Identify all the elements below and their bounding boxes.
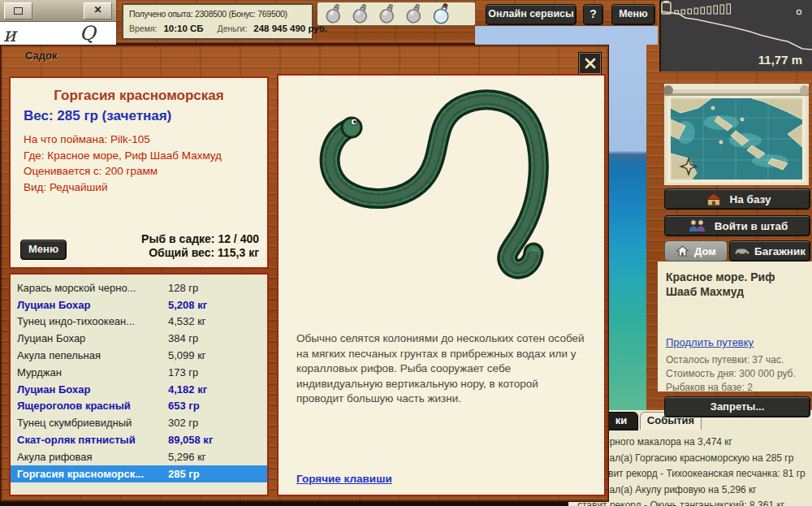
game-screen: ✕ и Q Получено опыта: 2308500 (Бонус: 76… [0,0,812,506]
background-window-content: и Q [0,22,116,45]
fish-row-name: Мурджан [17,366,168,378]
fish-row[interactable]: Тунец индо-тихоокеан...4,532 кг [11,314,267,331]
top-menu-button[interactable]: Меню [611,4,655,25]
background-window: ✕ и Q [0,0,116,45]
fish-row-weight: 4,532 кг [168,315,267,327]
hotkeys-link[interactable]: Горячие клавиши [296,473,392,485]
kind-line: Вид: Редчайший [24,179,267,196]
money-label: Деньги: [218,24,248,33]
trunk-tab-label: Багажник [754,245,806,257]
day-cost-text: Стоимость дня: 300 000 руб. [666,368,796,379]
fish-row-name: Тунец скумбриевидный [17,417,168,429]
location-title: Красное море. Риф Шааб Махмуд [666,270,806,299]
fish-row-name: Тунец индо-тихоокеан... [17,315,168,327]
fish-row[interactable]: Мурджан173 гр [11,364,267,381]
fish-row-weight: 5,208 кг [168,299,267,311]
close-window-button[interactable]: ✕ [84,2,112,19]
fish-count-line: Рыб в садке: 12 / 400 [141,232,259,246]
fish-row-name: Луциан Бохар [17,332,168,344]
house-icon [704,192,723,207]
fish-row[interactable]: Карась морской черно...128 гр [11,279,267,296]
fish-info-panel: Горгасия красноморская Вес: 285 гр (заче… [9,76,269,269]
minimize-button[interactable] [4,2,32,19]
bans-button[interactable]: Запреты... [664,396,810,417]
sonar-panel: 11,77 m [659,0,812,71]
help-button[interactable]: ? [583,4,603,25]
fish-row-name: Скат-орляк пятнистый [17,434,168,446]
time-value: 10:10 СБ [163,24,203,33]
fish-row-name: Ящероголов красный [17,400,168,412]
fish-row-name: Луциан Бохар [17,299,168,311]
close-icon [584,57,597,70]
minimize-icon [14,7,23,15]
dialog-close-button[interactable] [578,52,602,75]
fish-row-weight: 89,058 кг [168,434,267,446]
fish-row[interactable]: Акула рифовая5,296 кг [11,448,267,465]
trophy-flask-icon[interactable] [351,3,370,24]
stats-panel: Получено опыта: 2308500 (Бонус: 769500) … [122,3,313,40]
trophy-flask-strip [317,2,476,26]
trophy-flask-icon[interactable] [324,3,343,24]
trunk-tab[interactable]: Багажник [729,240,810,262]
fish-row-weight: 4,182 кг [168,383,267,396]
fish-row-weight: 173 гр [168,366,267,378]
keepnet-dialog: Садок Горгасия красноморская Вес: 285 гр… [0,45,609,502]
dialog-title: Садок [25,50,57,62]
car-icon [734,247,750,256]
fish-description: Обычно селятся колониями до нескольких с… [296,331,585,407]
fish-row[interactable]: Акула пепельная5,099 кг [11,347,267,364]
home-icon [676,244,689,257]
tab-partial[interactable]: ки [604,412,638,430]
online-services-button[interactable]: Онлайн сервисы [486,4,577,25]
text-fragment: и [3,24,16,45]
keepnet-menu-button[interactable]: Меню [20,240,67,260]
fish-row[interactable]: Ящероголов красный653 гр [11,398,267,415]
experience-text: Получено опыта: 2308500 (Бонус: 769500) [129,9,306,19]
to-base-button[interactable]: На базу [664,188,810,210]
fish-row-name: Горгасия красноморск... [17,468,168,480]
ticket-hours-text: Осталось путевки: 37 час. [666,354,784,365]
fish-row[interactable]: Горгасия красноморск...285 гр [11,465,267,482]
trophy-flask-icon[interactable] [404,3,424,24]
fish-row-weight: 285 гр [168,468,267,480]
valued-line: Оценивается с: 200 грамм [24,163,267,179]
fish-title: Горгасия красноморская [11,88,267,104]
trophy-flask-active-icon[interactable] [431,2,452,25]
fish-row-name: Акула пепельная [17,349,168,361]
background-window-titlebar: ✕ [0,0,116,22]
fish-detail-panel: Обычно селятся колониями до нескольких с… [277,74,606,496]
fish-row-weight: 653 гр [168,400,267,412]
extend-ticket-link[interactable]: Продлить путевку [666,336,754,348]
depth-value: 11,77 m [758,53,802,67]
fish-row[interactable]: Скат-орляк пятнистый89,058 кг [11,431,267,448]
fish-row[interactable]: Луциан Бохар4,182 кг [11,381,267,398]
fish-row[interactable]: Тунец скумбриевидный302 гр [11,414,267,431]
fish-row[interactable]: Луциан Бохар384 гр [11,330,267,347]
fish-row-weight: 128 гр [168,282,267,294]
fish-row-weight: 302 гр [168,417,267,429]
time-label: Время: [129,24,158,33]
trophy-flask-icon[interactable] [378,3,397,24]
minimap[interactable] [664,84,809,185]
location-panel: Красное море. Риф Шааб Махмуд Продлить п… [658,262,812,391]
fish-row-name: Карась морской черно... [17,282,168,294]
fishermen-count-text: Рыбаков на базе: 2 [666,382,753,393]
place-line: Где: Красное море, Риф Шааб Махмуд [24,148,267,164]
event-line: Д поймал(а) Акулу рифовую на 5,296 кг [577,482,810,499]
garden-eel-image [303,85,579,288]
total-weight-line: Общий вес: 115,3 кг [141,246,259,260]
battery-indicator-icon [661,0,739,15]
fish-list: Карась морской черно...128 грЛуциан Боха… [9,273,269,496]
fish-row[interactable]: Луциан Бохар5,208 кг [11,296,267,314]
fish-row-weight: 384 гр [168,332,267,344]
home-tab[interactable]: Дом [664,240,728,262]
enter-hq-button[interactable]: Войти в штаб [664,215,810,236]
home-tab-label: Дом [694,245,716,257]
time-money-row: Время: 10:10 СБ Деньги: 248 945 490 руб. [129,24,306,33]
to-base-label: На базу [730,193,771,205]
text-fragment: Q [80,22,96,45]
fish-row-name: Акула рифовая [17,451,168,463]
fish-weight-line: Вес: 285 гр (зачетная) [24,108,267,124]
event-line: Д поймал(а) Горгасию красноморскую на 28… [577,451,810,467]
sky-scene [475,26,658,45]
